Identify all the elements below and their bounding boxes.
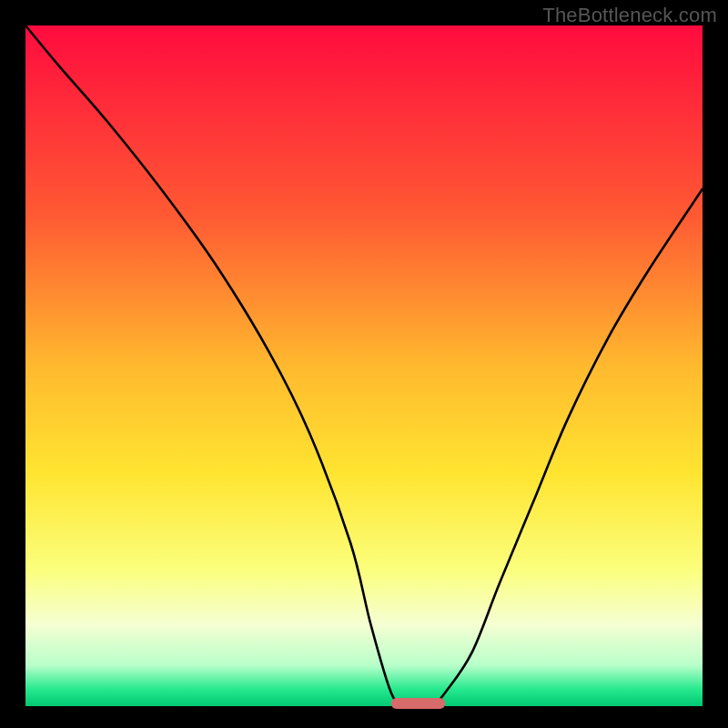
bottleneck-chart-svg (0, 0, 728, 728)
optimum-band-marker (391, 698, 446, 709)
watermark-text: TheBottleneck.com (542, 4, 717, 27)
chart-frame: TheBottleneck.com (0, 0, 728, 728)
chart-gradient-bg (25, 25, 703, 706)
